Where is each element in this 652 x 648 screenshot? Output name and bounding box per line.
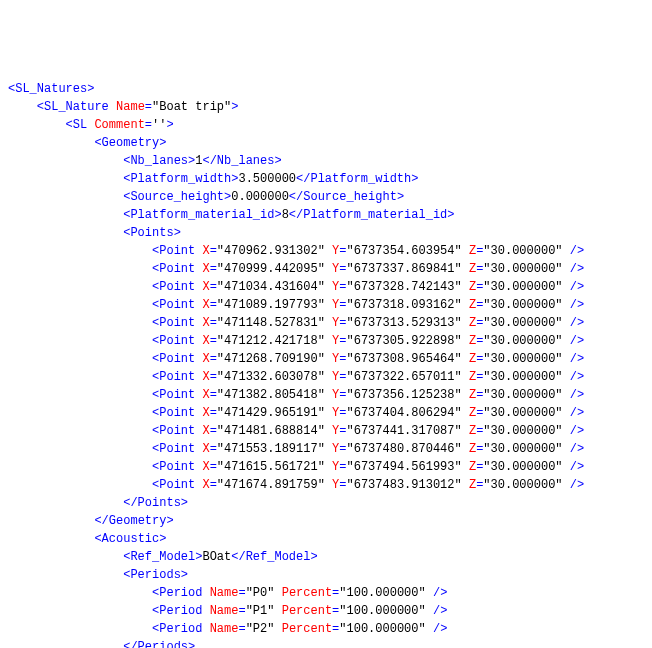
xml-source: <SL_Natures> <SL_Nature Name="Boat trip"… xyxy=(8,80,644,648)
